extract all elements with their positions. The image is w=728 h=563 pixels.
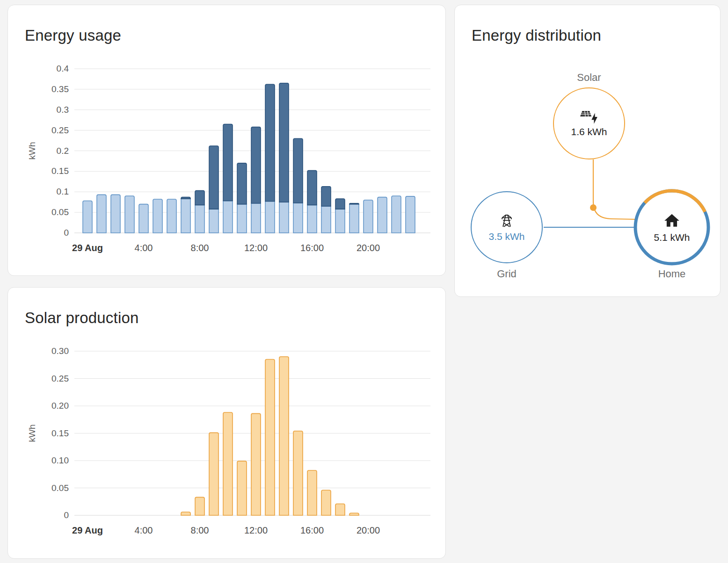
bar-segment[interactable] — [209, 146, 218, 209]
bar-segment[interactable] — [321, 187, 331, 206]
bar-segment[interactable] — [111, 195, 120, 233]
y-tick-label: 0.25 — [51, 374, 69, 383]
bar-segment[interactable] — [307, 171, 317, 205]
bar-segment[interactable] — [237, 204, 247, 233]
x-tick-label: 12:00 — [244, 525, 268, 535]
solar-power-icon — [579, 110, 599, 124]
home-node-value: 5.1 kWh — [654, 232, 690, 243]
bar-segment[interactable] — [209, 209, 218, 233]
energy-usage-card: Energy usage 00.050.10.150.20.250.30.350… — [7, 5, 446, 276]
x-tick-label: 20:00 — [357, 525, 380, 535]
y-tick-label: 0.20 — [51, 401, 69, 411]
bar-segment[interactable] — [335, 209, 345, 233]
y-tick-label: 0.1 — [57, 187, 69, 196]
x-tick-label: 4:00 — [135, 243, 153, 253]
x-tick-label: 20:00 — [357, 243, 380, 253]
bar-segment[interactable] — [406, 196, 415, 233]
bar-segment[interactable] — [251, 127, 261, 203]
bar-segment[interactable] — [237, 163, 247, 204]
bar-segment[interactable] — [195, 191, 204, 205]
bar-segment[interactable] — [251, 203, 261, 233]
bar-segment[interactable] — [265, 360, 275, 515]
x-tick-label: 16:00 — [300, 525, 324, 535]
y-tick-label: 0 — [64, 228, 69, 238]
home-node: 5.1 kWh — [635, 191, 708, 264]
bar-segment[interactable] — [223, 201, 233, 233]
x-tick-label: 16:00 — [300, 243, 324, 253]
bar-segment[interactable] — [279, 357, 289, 515]
bar-segment[interactable] — [195, 497, 204, 515]
y-tick-label: 0.4 — [57, 64, 69, 73]
solar-to-home-line — [593, 159, 636, 219]
bar-segment[interactable] — [265, 84, 275, 201]
bar-segment[interactable] — [349, 204, 359, 233]
bar-segment[interactable] — [307, 205, 317, 233]
y-tick-label: 0.3 — [57, 105, 69, 115]
bar-segment[interactable] — [378, 197, 387, 233]
x-tick-label: 29 Aug — [72, 525, 103, 535]
energy-usage-chart[interactable]: 00.050.10.150.20.250.30.350.4kWh29 Aug4:… — [8, 64, 446, 265]
energy-distribution-card: Energy distribution Solar 1.6 kWh 3.5 kW… — [454, 5, 721, 297]
energy-usage-title: Energy usage — [25, 27, 121, 44]
bar-segment[interactable] — [251, 413, 261, 515]
solar-node: 1.6 kWh — [553, 87, 625, 159]
x-tick-label: 29 Aug — [72, 243, 103, 253]
bar-segment[interactable] — [97, 195, 106, 233]
bar-segment[interactable] — [307, 470, 317, 515]
bar-segment[interactable] — [125, 196, 134, 233]
bar-segment[interactable] — [364, 200, 373, 233]
bar-segment[interactable] — [293, 203, 303, 233]
bar-segment[interactable] — [265, 201, 275, 233]
y-tick-label: 0.05 — [51, 207, 69, 217]
grid-node: 3.5 kWh — [471, 191, 543, 263]
y-axis-label: kWh — [27, 425, 37, 442]
x-tick-label: 8:00 — [191, 525, 209, 535]
home-node-label: Home — [635, 268, 708, 280]
bar-segment[interactable] — [223, 412, 233, 515]
bar-segment[interactable] — [335, 504, 345, 515]
y-tick-label: 0.15 — [51, 166, 69, 176]
bar-segment[interactable] — [321, 490, 331, 515]
solar-production-card: Solar production 00.050.100.150.200.250.… — [7, 287, 446, 559]
transmission-tower-icon — [499, 213, 515, 229]
bar-segment[interactable] — [195, 205, 204, 233]
bar-segment[interactable] — [279, 202, 289, 233]
y-tick-label: 0.10 — [51, 455, 69, 465]
y-tick-label: 0.30 — [51, 346, 69, 356]
bar-segment[interactable] — [335, 199, 345, 209]
bar-segment[interactable] — [139, 204, 148, 233]
bar-segment[interactable] — [279, 83, 289, 202]
bar-segment[interactable] — [293, 138, 303, 203]
solar-production-chart[interactable]: 00.050.100.150.200.250.30kWh29 Aug4:008:… — [8, 346, 446, 548]
bar-segment[interactable] — [223, 124, 233, 201]
bar-segment[interactable] — [209, 433, 218, 515]
x-tick-label: 8:00 — [191, 243, 209, 253]
solar-node-value: 1.6 kWh — [571, 126, 607, 137]
bar-segment[interactable] — [181, 199, 190, 233]
y-tick-label: 0.2 — [57, 146, 69, 156]
y-tick-label: 0 — [64, 510, 69, 520]
x-tick-label: 4:00 — [135, 525, 153, 535]
grid-node-label: Grid — [471, 268, 543, 280]
bar-segment[interactable] — [181, 512, 190, 515]
bar-segment[interactable] — [181, 197, 190, 199]
bar-segment[interactable] — [293, 431, 303, 515]
bar-segment[interactable] — [321, 206, 331, 233]
x-tick-label: 12:00 — [244, 243, 268, 253]
bar-segment[interactable] — [153, 199, 162, 233]
bar-segment[interactable] — [237, 461, 247, 515]
grid-node-value: 3.5 kWh — [488, 231, 524, 242]
y-tick-label: 0.15 — [51, 428, 69, 438]
bar-segment[interactable] — [167, 199, 176, 233]
bar-segment[interactable] — [349, 203, 359, 204]
y-tick-label: 0.25 — [51, 125, 69, 135]
y-axis-label: kWh — [27, 142, 37, 160]
bar-segment[interactable] — [349, 513, 359, 515]
y-tick-label: 0.35 — [51, 84, 69, 94]
solar-flow-dot — [590, 204, 597, 211]
solar-production-title: Solar production — [25, 309, 139, 327]
bar-segment[interactable] — [392, 196, 401, 233]
y-tick-label: 0.05 — [51, 483, 69, 493]
home-icon — [663, 212, 681, 230]
bar-segment[interactable] — [83, 201, 92, 233]
